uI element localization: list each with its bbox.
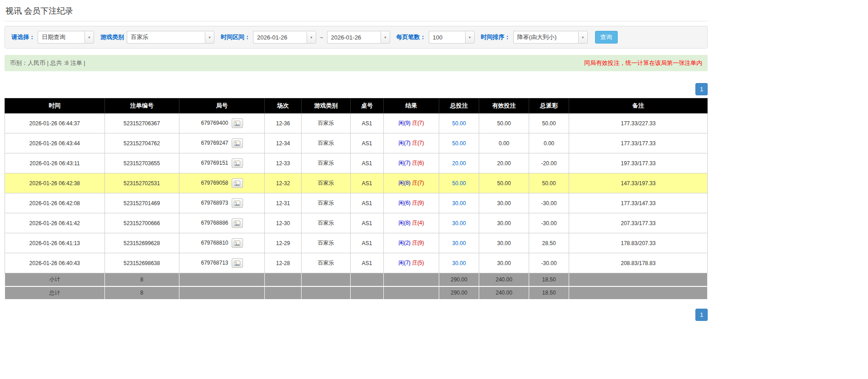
result-banker: 庄(7) xyxy=(412,180,424,186)
cell-round: 679769151 xyxy=(179,153,265,173)
cell-note: 197.33/177.33 xyxy=(569,153,708,173)
cell-payout: -30.00 xyxy=(529,193,569,213)
col-header-game-type: 游戏类别 xyxy=(301,98,350,113)
replay-film-icon xyxy=(234,261,240,266)
select-type-input[interactable] xyxy=(38,31,84,44)
table-row: 2026-01-26 06:44:37523152706367679769400… xyxy=(5,113,708,133)
cell-time: 2026-01-26 06:41:13 xyxy=(5,233,105,253)
replay-button[interactable] xyxy=(232,198,243,208)
per-page-label: 每页笔数： xyxy=(397,33,426,41)
date-from-combobox: ▼ xyxy=(253,31,316,44)
subtotal-count: 8 xyxy=(104,273,179,286)
subtotal-payout: 18.50 xyxy=(529,273,569,286)
result-player: 闲(8) xyxy=(398,180,411,186)
total-empty-table xyxy=(351,286,384,300)
cell-payout: -30.00 xyxy=(529,253,569,273)
round-number: 679769058 xyxy=(201,180,228,186)
cell-round: 679768713 xyxy=(179,253,265,273)
summary-bar: 币别：人民币 | 总共 :8 注单 | 同局有效投注，统一计算在该局第一张注单内 xyxy=(5,55,708,71)
round-number: 679769151 xyxy=(201,160,228,166)
subtotal-empty-round xyxy=(179,273,265,286)
betting-records-table: 时间 注单编号 局号 场次 游戏类别 桌号 结果 总投注 有效投注 总派彩 备注… xyxy=(5,98,708,300)
cell-result: 闲(2)庄(9) xyxy=(383,233,439,253)
cell-game-type: 百家乐 xyxy=(301,233,350,253)
cell-result: 闲(7)庄(5) xyxy=(383,253,439,273)
per-page-dropdown-toggle[interactable]: ▼ xyxy=(465,31,475,44)
result-banker: 庄(4) xyxy=(412,220,424,226)
total-bet-link[interactable]: 20.00 xyxy=(452,160,466,167)
date-to-input[interactable] xyxy=(327,31,381,44)
cell-valid-bet: 50.00 xyxy=(479,113,529,133)
page-container: 视讯 会员下注纪录 请选择： ▼ 游戏类别 ▼ 时间区间： ▼ ~ ▼ 每页笔数… xyxy=(5,3,708,325)
cell-session: 12-31 xyxy=(265,193,301,213)
time-sort-label: 时间排序： xyxy=(481,33,511,41)
total-bet-link[interactable]: 30.00 xyxy=(452,260,466,266)
cell-note: 208.83/178.83 xyxy=(569,253,708,273)
cell-total-bet: 50.00 xyxy=(439,173,479,193)
cell-session: 12-34 xyxy=(265,133,301,153)
cell-game-type: 百家乐 xyxy=(301,253,350,273)
subtotal-empty-table xyxy=(351,273,384,286)
replay-button[interactable] xyxy=(232,238,243,248)
total-bet-link[interactable]: 50.00 xyxy=(452,120,466,127)
cell-payout: -20.00 xyxy=(529,153,569,173)
pagination-bottom: 1 xyxy=(5,309,708,325)
cell-table-no: AS1 xyxy=(351,173,384,193)
cell-bet-id: 523152700666 xyxy=(104,213,179,233)
cell-time: 2026-01-26 06:42:08 xyxy=(5,193,105,213)
replay-button[interactable] xyxy=(232,158,243,168)
total-bet-link[interactable]: 50.00 xyxy=(452,180,466,187)
cell-valid-bet: 30.00 xyxy=(479,193,529,213)
date-to-combobox: ▼ xyxy=(327,31,390,44)
search-button[interactable]: 查询 xyxy=(595,31,618,44)
total-valid-bet: 240.00 xyxy=(479,286,529,300)
per-page-combobox: ▼ xyxy=(429,31,475,44)
date-to-dropdown-toggle[interactable]: ▼ xyxy=(381,31,390,44)
total-payout: 18.50 xyxy=(529,286,569,300)
cell-game-type: 百家乐 xyxy=(301,213,350,233)
caret-down-icon: ▼ xyxy=(310,36,313,39)
total-count: 8 xyxy=(104,286,179,300)
total-bet-link[interactable]: 30.00 xyxy=(452,200,466,207)
total-empty-game xyxy=(301,286,350,300)
cell-bet-id: 523152698638 xyxy=(104,253,179,273)
game-type-input[interactable] xyxy=(127,31,205,44)
replay-button[interactable] xyxy=(232,258,243,268)
cell-bet-id: 523152704762 xyxy=(104,133,179,153)
replay-button[interactable] xyxy=(232,118,243,128)
per-page-input[interactable] xyxy=(429,31,465,44)
result-player: 闲(2) xyxy=(398,240,411,246)
cell-note: 207.33/177.33 xyxy=(569,213,708,233)
cell-payout: 0.00 xyxy=(529,133,569,153)
select-type-dropdown-toggle[interactable]: ▼ xyxy=(84,31,94,44)
date-from-input[interactable] xyxy=(253,31,307,44)
cell-result: 闲(8)庄(7) xyxy=(383,173,439,193)
time-sort-input[interactable] xyxy=(513,31,578,44)
cell-time: 2026-01-26 06:43:44 xyxy=(5,133,105,153)
cell-round: 679769247 xyxy=(179,133,265,153)
table-row: 2026-01-26 06:41:42523152700666679768886… xyxy=(5,213,708,233)
total-bet-link[interactable]: 30.00 xyxy=(452,240,466,246)
cell-game-type: 百家乐 xyxy=(301,173,350,193)
game-type-dropdown-toggle[interactable]: ▼ xyxy=(205,31,214,44)
time-sort-dropdown-toggle[interactable]: ▼ xyxy=(578,31,588,44)
replay-button[interactable] xyxy=(232,218,243,228)
col-header-valid-bet: 有效投注 xyxy=(479,98,529,113)
total-bet-link[interactable]: 30.00 xyxy=(452,220,466,226)
total-bet-link[interactable]: 50.00 xyxy=(452,140,466,147)
date-from-dropdown-toggle[interactable]: ▼ xyxy=(307,31,316,44)
round-number: 679768810 xyxy=(201,240,228,246)
caret-down-icon: ▼ xyxy=(208,36,211,39)
total-empty-result xyxy=(383,286,439,300)
result-player: 闲(9) xyxy=(398,120,411,126)
page-button[interactable]: 1 xyxy=(695,309,708,321)
cell-table-no: AS1 xyxy=(351,133,384,153)
page-button[interactable]: 1 xyxy=(695,83,708,95)
replay-film-icon xyxy=(234,241,240,246)
replay-film-icon xyxy=(234,221,240,226)
cell-session: 12-29 xyxy=(265,233,301,253)
caret-down-icon: ▼ xyxy=(88,36,91,39)
cell-payout: 28.50 xyxy=(529,233,569,253)
replay-button[interactable] xyxy=(232,178,243,188)
replay-button[interactable] xyxy=(232,138,243,148)
